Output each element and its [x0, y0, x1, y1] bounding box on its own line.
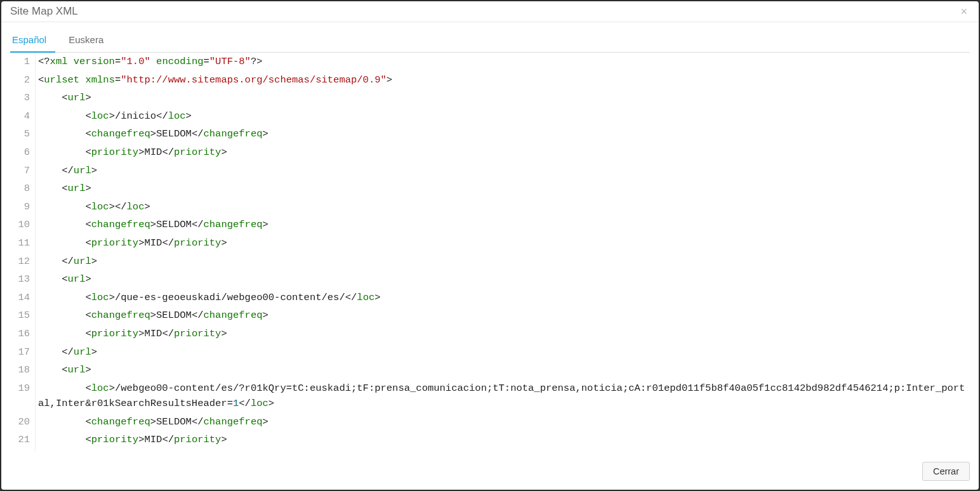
line-number: 12 — [10, 252, 36, 271]
code-line[interactable]: <priority>MID</priority> — [36, 143, 970, 162]
modal-body: Español Euskera 1<?xml version="1.0" enc… — [1, 22, 979, 455]
close-icon[interactable]: × — [958, 6, 970, 17]
line-number: 4 — [10, 107, 36, 126]
code-line[interactable]: <?xml version="1.0" encoding="UTF-8"?> — [36, 53, 970, 71]
close-button[interactable]: Cerrar — [922, 462, 970, 481]
line-number: 10 — [10, 216, 36, 234]
code-line[interactable]: <loc>/inicio</loc> — [36, 107, 970, 126]
modal-header: Site Map XML × — [1, 1, 979, 22]
line-number: 11 — [10, 234, 36, 252]
modal-footer: Cerrar — [1, 455, 979, 490]
code-line[interactable]: </url> — [36, 162, 970, 180]
tab-euskera[interactable]: Euskera — [67, 29, 112, 53]
code-line[interactable]: <changefreq>SELDOM</changefreq> — [36, 125, 970, 143]
code-line[interactable]: <urlset xmlns="http://www.sitemaps.org/s… — [36, 71, 970, 89]
line-number: 9 — [10, 198, 36, 216]
line-number: 19 — [10, 379, 36, 413]
line-number: 2 — [10, 71, 36, 89]
code-line[interactable]: </url> — [36, 252, 970, 271]
sitemap-modal: Site Map XML × Español Euskera 1<?xml ve… — [1, 1, 979, 490]
line-number: 18 — [10, 361, 36, 379]
code-line[interactable]: <loc>/que-es-geoeuskadi/webgeo00-content… — [36, 289, 970, 307]
line-number: 1 — [10, 53, 36, 71]
code-line[interactable]: <loc>/webgeo00-content/es/?r01kQry=tC:eu… — [36, 379, 970, 413]
code-line[interactable]: <changefreq>SELDOM</changefreq> — [36, 413, 970, 431]
line-number: 7 — [10, 162, 36, 180]
line-number: 13 — [10, 270, 36, 289]
code-line[interactable]: <url> — [36, 89, 970, 107]
line-number: 3 — [10, 89, 36, 107]
line-number: 21 — [10, 431, 36, 449]
modal-title: Site Map XML — [10, 5, 78, 18]
line-number: 6 — [10, 143, 36, 162]
code-line[interactable]: </url> — [36, 343, 970, 362]
code-line[interactable]: <priority>MID</priority> — [36, 325, 970, 343]
tab-espanol[interactable]: Español — [10, 29, 55, 53]
code-line[interactable]: <url> — [36, 270, 970, 289]
language-tabs: Español Euskera — [10, 29, 970, 53]
code-line[interactable]: </url> — [36, 449, 970, 452]
code-line[interactable]: <changefreq>SELDOM</changefreq> — [36, 216, 970, 234]
code-line[interactable]: <changefreq>SELDOM</changefreq> — [36, 306, 970, 325]
code-line[interactable]: <priority>MID</priority> — [36, 234, 970, 252]
line-number: 20 — [10, 413, 36, 431]
line-number: 8 — [10, 180, 36, 198]
code-line[interactable]: <priority>MID</priority> — [36, 431, 970, 449]
line-number: 15 — [10, 306, 36, 325]
line-number: 5 — [10, 125, 36, 143]
xml-code-editor[interactable]: 1<?xml version="1.0" encoding="UTF-8"?>2… — [10, 53, 970, 452]
line-number: 22 — [10, 449, 36, 452]
code-line[interactable]: <url> — [36, 180, 970, 198]
line-number: 14 — [10, 289, 36, 307]
code-line[interactable]: <url> — [36, 361, 970, 379]
code-line[interactable]: <loc></loc> — [36, 198, 970, 216]
line-number: 17 — [10, 343, 36, 362]
line-number: 16 — [10, 325, 36, 343]
